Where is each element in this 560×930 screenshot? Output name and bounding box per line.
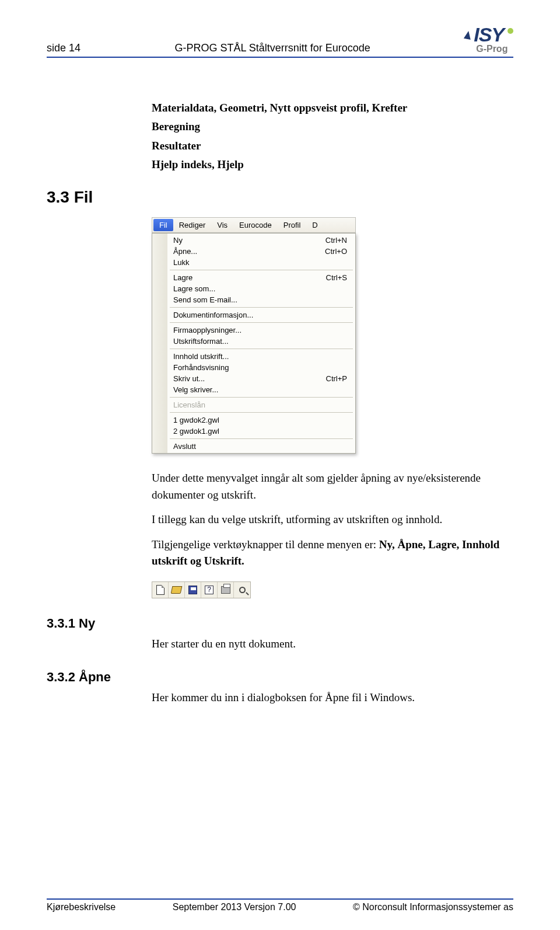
menu-item[interactable]: Dokumentinformasjon... xyxy=(169,309,354,321)
menu-screenshot: FilRedigerVisEurocodeProfilD NyCtrl+NÅpn… xyxy=(152,217,356,454)
logo-mark-icon xyxy=(464,30,472,40)
logo: ISY G-Prog xyxy=(464,23,513,54)
toolbar-new-button[interactable] xyxy=(152,582,169,598)
menu-bar-item[interactable]: Eurocode xyxy=(233,219,278,231)
menu-item-label: Dokumentinformasjon... xyxy=(173,311,253,319)
toolbar-preview-button[interactable] xyxy=(234,582,250,598)
menu-item-label: Skriv ut... xyxy=(173,374,205,383)
menu-item-label: Velg skriver... xyxy=(173,385,218,394)
magnifier-icon xyxy=(239,587,246,593)
menu-bar-item[interactable]: Rediger xyxy=(173,219,212,231)
menu-icon-strip xyxy=(152,234,167,453)
menu-item-shortcut: Ctrl+N xyxy=(326,236,347,245)
menu-separator xyxy=(170,412,353,413)
menu-item-label: Lagre xyxy=(173,273,192,282)
menu-bar-item[interactable]: Profil xyxy=(278,219,307,231)
menu-item[interactable]: Lagre som... xyxy=(169,283,354,294)
logo-subtitle: G-Prog xyxy=(476,44,508,54)
menu-item[interactable]: Forhåndsvisning xyxy=(169,362,354,373)
toolbar-open-button[interactable] xyxy=(169,582,185,598)
menu-item-label: Lagre som... xyxy=(173,284,215,293)
menu-item-label: Utskriftsformat... xyxy=(173,337,229,346)
menu-separator xyxy=(170,322,353,323)
menu-item-label: Åpne... xyxy=(173,247,197,256)
question-icon: ? xyxy=(205,586,214,594)
menu-separator xyxy=(170,307,353,308)
section-heading-apne: 3.3.2 Åpne xyxy=(47,670,513,685)
menu-item[interactable]: Utskriftsformat... xyxy=(169,336,354,347)
toolbar: ? xyxy=(152,581,251,598)
toolbar-print-button[interactable] xyxy=(218,582,234,598)
folder-open-icon xyxy=(171,586,183,594)
header-title: G-PROG STÅL Ståltverrsnitt for Eurocode xyxy=(174,42,370,54)
intro-line: Beregning xyxy=(152,117,513,136)
menu-item-shortcut: Ctrl+O xyxy=(325,247,347,256)
menu-item-label: Send som E-mail... xyxy=(173,295,237,304)
menu-bar-item[interactable]: D xyxy=(306,219,323,231)
menu-item-label: Lukk xyxy=(173,258,189,267)
menu-separator xyxy=(170,438,353,439)
intro-line: Materialdata, Geometri, Nytt oppsveist p… xyxy=(152,99,513,117)
menu-item[interactable]: Velg skriver... xyxy=(169,384,354,395)
menu-bar: FilRedigerVisEurocodeProfilD xyxy=(152,217,356,233)
logo-dot-icon xyxy=(508,28,513,34)
body-p3: Tilgjengelige verktøyknapper til denne m… xyxy=(152,537,513,570)
page-icon xyxy=(156,585,164,595)
menu-separator xyxy=(170,270,353,270)
menu-item[interactable]: Skriv ut...Ctrl+P xyxy=(169,373,354,384)
menu-item-label: 1 gwdok2.gwl xyxy=(173,416,219,424)
section-text-apne: Her kommer du inn i dialogboksen for Åpn… xyxy=(152,689,513,706)
footer-center: September 2013 Versjon 7.00 xyxy=(173,902,296,912)
menu-item-shortcut: Ctrl+S xyxy=(326,273,347,282)
toolbar-content-button[interactable]: ? xyxy=(201,582,218,598)
header-page-number: side 14 xyxy=(47,42,80,54)
logo-text: ISY xyxy=(474,23,504,46)
section-heading-fil: 3.3 Fil xyxy=(47,188,513,207)
intro-line: Resultater xyxy=(152,137,513,155)
menu-separator xyxy=(170,349,353,349)
menu-item-shortcut: Ctrl+P xyxy=(326,374,347,383)
menu-item-label: Licenslån xyxy=(173,400,205,409)
body-paragraphs: Under dette menyvalget inngår alt som gj… xyxy=(152,470,513,570)
menu-bar-item[interactable]: Fil xyxy=(153,219,173,231)
menu-item[interactable]: Åpne...Ctrl+O xyxy=(169,246,354,257)
menu-item-label: Innhold utskrift... xyxy=(173,352,229,361)
footer-left: Kjørebeskrivelse xyxy=(47,902,116,912)
menu-item-label: Forhåndsvisning xyxy=(173,363,229,372)
menu-item[interactable]: 2 gwdok1.gwl xyxy=(169,426,354,437)
menu-item[interactable]: Firmaopplysninger... xyxy=(169,325,354,336)
footer-right: © Norconsult Informasjonssystemer as xyxy=(353,902,513,912)
menu-item: Licenslån xyxy=(169,399,354,410)
menu-dropdown: NyCtrl+NÅpne...Ctrl+OLukkLagreCtrl+SLagr… xyxy=(152,233,356,454)
menu-bar-item[interactable]: Vis xyxy=(211,219,233,231)
body-p1: Under dette menyvalget inngår alt som gj… xyxy=(152,470,513,503)
menu-item-label: 2 gwdok1.gwl xyxy=(173,427,219,436)
menu-item-label: Ny xyxy=(173,236,183,245)
menu-item[interactable]: Avslutt xyxy=(169,441,354,452)
menu-item[interactable]: Lukk xyxy=(169,257,354,268)
page-footer: Kjørebeskrivelse September 2013 Versjon … xyxy=(47,898,513,912)
section-heading-ny: 3.3.1 Ny xyxy=(47,616,513,631)
menu-item[interactable]: Innhold utskrift... xyxy=(169,351,354,362)
menu-dropdown-body: NyCtrl+NÅpne...Ctrl+OLukkLagreCtrl+SLagr… xyxy=(167,234,355,453)
body-p3-pre: Tilgjengelige verktøyknapper til denne m… xyxy=(152,538,379,551)
menu-item-label: Firmaopplysninger... xyxy=(173,326,242,335)
intro-list: Materialdata, Geometri, Nytt oppsveist p… xyxy=(152,99,513,174)
menu-item-label: Avslutt xyxy=(173,442,196,451)
printer-icon xyxy=(221,586,230,594)
menu-item[interactable]: LagreCtrl+S xyxy=(169,272,354,283)
floppy-icon xyxy=(188,586,197,594)
section-text-ny: Her starter du en nytt dokument. xyxy=(152,636,513,653)
menu-item[interactable]: 1 gwdok2.gwl xyxy=(169,415,354,426)
menu-item[interactable]: NyCtrl+N xyxy=(169,235,354,246)
body-p2: I tillegg kan du velge utskrift, utformi… xyxy=(152,511,513,528)
menu-item[interactable]: Send som E-mail... xyxy=(169,294,354,305)
intro-line: Hjelp indeks, Hjelp xyxy=(152,155,513,174)
menu-separator xyxy=(170,397,353,398)
page-header: side 14 G-PROG STÅL Ståltverrsnitt for E… xyxy=(47,23,513,58)
toolbar-save-button[interactable] xyxy=(185,582,201,598)
